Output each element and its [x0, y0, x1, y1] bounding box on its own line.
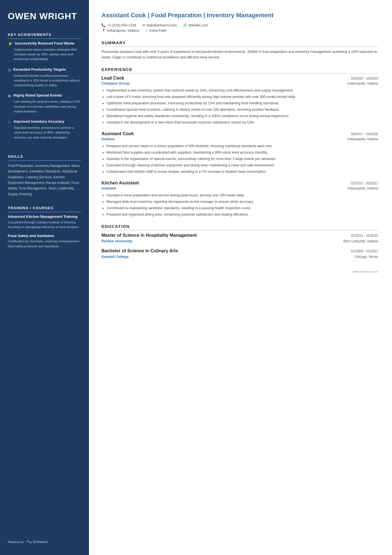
email-address: help@enhancv.com — [147, 23, 177, 27]
achievement-header-1: ⚡ Successfully Reduced Food Waste — [8, 41, 81, 46]
job-title: Assistant Cook | Food Preparation | Inve… — [101, 11, 378, 19]
key-achievements-section: KEY ACHIEVEMENTS ⚡ Successfully Reduced … — [8, 33, 81, 145]
edu-header-masters: Master of Science in Hospitality Managem… — [101, 233, 378, 238]
experience-section-title: EXPERIENCE — [101, 67, 378, 73]
achievement-item-2: ◎ Exceeded Productivity Targets Enhanced… — [8, 67, 81, 88]
achievement-desc-1: Implemented waste reduction strategies t… — [8, 47, 81, 62]
exp-dates-kitchen-assistant: 02/2015 - 05/2017 — [351, 181, 378, 185]
contact-row-2: 📍 Indianapolis, Indiana ☆ Extra Field — [101, 29, 378, 33]
achievement-header-4: ☆ Improved Inventory Accuracy — [8, 119, 81, 124]
phone-icon: 📞 — [101, 23, 106, 27]
edu-degree-masters: Master of Science in Hospitality Managem… — [101, 233, 197, 238]
edu-item-masters: Master of Science in Hospitality Managem… — [101, 233, 378, 243]
exp-location-kitchen-assistant: Indianapolis, Indiana — [348, 186, 378, 190]
training-section: TRAINING / COURSES Advanced Kitchen Mana… — [8, 206, 81, 253]
exp-company-lead-cook: Compass Group — [101, 81, 130, 85]
contact-linkedin: 🔗 linkedin.com — [183, 23, 208, 27]
powered-by-label: Powered by — [8, 540, 24, 544]
achievement-title-3: Highly Rated Special Events — [13, 93, 62, 98]
location-text: Indianapolis, Indiana — [107, 29, 139, 33]
edu-item-bachelors: Bachelor of Science in Culinary Arts 01/… — [101, 248, 378, 259]
edu-dates-masters: 01/2013 - 01/2015 — [351, 234, 378, 238]
edu-school-row-masters: Purdue University West Lafayette, Indian… — [101, 239, 378, 243]
website-url: www.enhancv.com — [353, 270, 378, 273]
key-achievements-title: KEY ACHIEVEMENTS — [8, 33, 81, 39]
bullet-lead-cook-3: Optimized meal preparation processes, in… — [106, 100, 378, 106]
bullet-assistant-cook-2: Monitored food supplies and coordinated … — [106, 150, 378, 155]
email-icon: ✉ — [142, 23, 145, 27]
contact-location: 📍 Indianapolis, Indiana — [101, 29, 139, 33]
edu-degree-bachelors: Bachelor of Science in Culinary Arts — [101, 248, 178, 254]
achievement-icon-4: ☆ — [8, 120, 11, 124]
achievement-title-4: Improved Inventory Accuracy — [14, 119, 64, 124]
summary-text: Passionate assistant cook with over 5 ye… — [101, 49, 378, 60]
training-item-title-1: Advanced Kitchen Management Training — [8, 214, 81, 219]
achievement-item-1: ⚡ Successfully Reduced Food Waste Implem… — [8, 41, 81, 62]
training-item-1: Advanced Kitchen Management Training Com… — [8, 214, 81, 230]
exp-dates-assistant-cook: 06/2017 - 04/2020 — [351, 132, 378, 136]
enhancv-brand-name: Enhancv — [33, 540, 48, 544]
achievement-item-4: ☆ Improved Inventory Accuracy Adjusted i… — [8, 119, 81, 140]
exp-item-assistant-cook: Assistant Cook 06/2017 - 04/2020 Sodexo … — [101, 131, 378, 174]
training-item-desc-2: Certification by ServSafe, covering comp… — [8, 239, 81, 249]
bullet-lead-cook-1: Implemented a new inventory system that … — [106, 88, 378, 93]
exp-header-lead-cook: Lead Cook 05/2020 - 10/2023 — [101, 76, 378, 81]
achievement-icon-3: ◉ — [8, 93, 11, 98]
main-footer: www.enhancv.com — [101, 270, 378, 273]
bullet-kitchen-assistant-1: Assisted in meal preparation and service… — [106, 193, 378, 198]
bullet-kitchen-assistant-4: Prepared and organized dining area, enha… — [106, 212, 378, 217]
contact-row: 📞 +1-(234)-555-1234 ✉ help@enhancv.com 🔗… — [101, 23, 378, 27]
linkedin-icon: 🔗 — [183, 23, 187, 27]
edu-dates-bachelors: 01/2009 - 01/2013 — [351, 249, 378, 253]
sidebar: OWEN WRIGHT KEY ACHIEVEMENTS ⚡ Successfu… — [0, 0, 89, 555]
bullet-lead-cook-5: Maintained hygiene and safety standards … — [106, 113, 378, 119]
resume-container: OWEN WRIGHT KEY ACHIEVEMENTS ⚡ Successfu… — [0, 0, 392, 555]
exp-company-row-lead-cook: Compass Group Indianapolis, Indiana — [101, 81, 378, 85]
exp-company-kitchen-assistant: Aramark — [101, 186, 116, 190]
extra-icon: ☆ — [145, 29, 148, 33]
achievement-title-2: Exceeded Productivity Targets — [13, 67, 66, 72]
training-title: TRAINING / COURSES — [8, 206, 81, 212]
edu-location-masters: West Lafayette, Indiana — [343, 239, 378, 243]
achievement-icon-2: ◎ — [8, 68, 11, 72]
training-item-title-2: Food Safety and Sanitation — [8, 234, 81, 238]
sidebar-footer: Powered by Enhancv — [8, 531, 81, 544]
bullet-lead-cook-4: Coordinated special meal functions, cate… — [106, 107, 378, 112]
bullet-lead-cook-6: Assisted in the development of a new men… — [106, 120, 378, 125]
exp-company-row-kitchen-assistant: Aramark Indianapolis, Indiana — [101, 186, 378, 190]
candidate-name: OWEN WRIGHT — [8, 11, 81, 21]
exp-header-assistant-cook: Assistant Cook 06/2017 - 04/2020 — [101, 131, 378, 136]
bullet-kitchen-assistant-2: Managed daily food inventory, reporting … — [106, 199, 378, 204]
exp-role-kitchen-assistant: Kitchen Assistant — [101, 181, 139, 186]
achievement-icon-1: ⚡ — [8, 41, 13, 46]
edu-school-bachelors: Kendall College — [101, 255, 129, 259]
education-section-title: EDUCATION — [101, 224, 378, 230]
location-icon: 📍 — [101, 29, 106, 33]
exp-location-assistant-cook: Indianapolis, Indiana — [348, 137, 378, 141]
contact-phone: 📞 +1-(234)-555-1234 — [101, 23, 136, 27]
bullet-lead-cook-2: Led a team of 5 cooks, ensuring food was… — [106, 94, 378, 100]
linkedin-url: linkedin.com — [188, 23, 208, 27]
main-content: Assistant Cook | Food Preparation | Inve… — [89, 0, 392, 555]
bullet-assistant-cook-4: Executed thorough cleaning of kitchen eq… — [106, 162, 378, 168]
exp-header-kitchen-assistant: Kitchen Assistant 02/2015 - 05/2017 — [101, 181, 378, 186]
contact-email: ✉ help@enhancv.com — [142, 23, 177, 27]
exp-dates-lead-cook: 05/2020 - 10/2023 — [351, 77, 378, 80]
exp-item-kitchen-assistant: Kitchen Assistant 02/2015 - 05/2017 Aram… — [101, 181, 378, 217]
exp-role-assistant-cook: Assistant Cook — [101, 131, 134, 136]
exp-company-row-assistant-cook: Sodexo Indianapolis, Indiana — [101, 137, 378, 141]
enhancv-logo: Enhancv — [26, 540, 48, 544]
skills-section: SKILLS Food Preparation, Inventory Manag… — [8, 154, 81, 197]
bullet-assistant-cook-1: Prepared and served meals to a school po… — [106, 143, 378, 149]
edu-location-bachelors: Chicago, Illinois — [355, 255, 378, 259]
exp-bullets-assistant-cook: Prepared and served meals to a school po… — [101, 143, 378, 174]
edu-school-row-bachelors: Kendall College Chicago, Illinois — [101, 255, 378, 259]
achievement-desc-4: Adjusted inventory processes to achieve … — [8, 125, 81, 140]
bullet-assistant-cook-3: Assisted in the organization of special … — [106, 156, 378, 162]
achievement-header-3: ◉ Highly Rated Special Events — [8, 93, 81, 98]
enhancv-logo-icon — [26, 540, 32, 544]
main-header: Assistant Cook | Food Preparation | Inve… — [101, 11, 378, 33]
exp-bullets-lead-cook: Implemented a new inventory system that … — [101, 88, 378, 125]
summary-section-title: SUMMARY — [101, 40, 378, 47]
achievement-desc-2: Enhanced kitchen workflow processes, res… — [8, 73, 81, 88]
